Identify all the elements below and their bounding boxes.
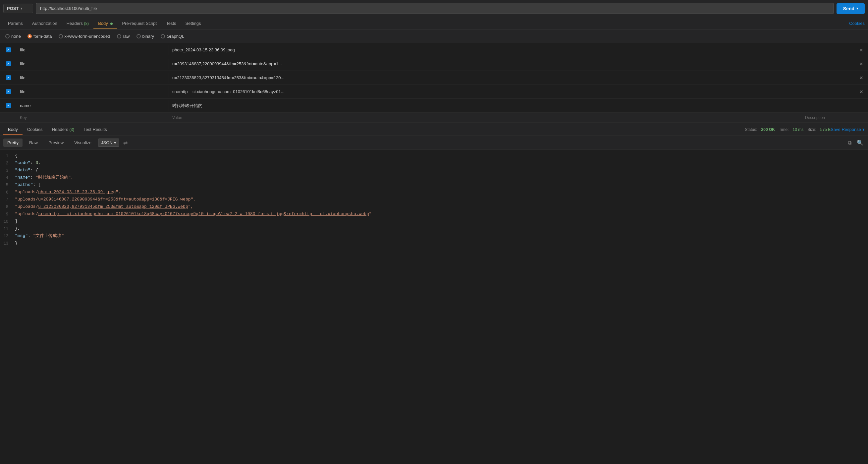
request-tabs: Params Authorization Headers (8) Body Pr… <box>0 17 868 30</box>
checkbox-1[interactable] <box>6 48 11 52</box>
body-type-none[interactable]: none <box>5 34 21 39</box>
json-line-7: 7 "uploads/u=2093146887,2209093944&fm=25… <box>0 196 868 203</box>
tab-authorization[interactable]: Authorization <box>28 18 62 29</box>
resp-tab-test-results[interactable]: Test Results <box>79 124 112 135</box>
key-cell-5: name <box>17 100 169 111</box>
json-viewer: 1{2 "code": 0,3 "data": {4 "name": "时代峰峻… <box>0 150 868 250</box>
body-type-formdata[interactable]: form-data <box>28 34 52 39</box>
checkbox-3[interactable] <box>6 75 11 80</box>
top-bar: POST ▾ Send ▾ <box>0 0 868 17</box>
form-row-2: file u=2093146887,2209093944&fm=253&fmt=… <box>0 57 868 71</box>
key-cell-1: file <box>17 45 169 55</box>
fmt-tab-pretty[interactable]: Pretty <box>3 139 23 147</box>
remove-row-3[interactable]: ✕ <box>858 75 865 81</box>
check-cell-1[interactable] <box>0 48 17 52</box>
form-table: file photo_2024-03-15 23.36.09.jpeg ✕ fi… <box>0 43 868 123</box>
time-value: 10 ms <box>793 127 803 132</box>
radio-formdata <box>28 34 32 38</box>
json-format-select[interactable]: JSON ▾ <box>98 139 119 147</box>
radio-none <box>5 34 10 38</box>
key-cell-4: file <box>17 87 169 97</box>
check-cell-4[interactable] <box>0 89 17 94</box>
json-line-13: 13} <box>0 240 868 247</box>
tab-tests[interactable]: Tests <box>161 18 181 29</box>
resp-tab-body[interactable]: Body <box>3 124 23 135</box>
form-row-4: file src=http__ci.xiaohongshu.com_010261… <box>0 85 868 99</box>
resp-tab-cookies[interactable]: Cookies <box>23 124 48 135</box>
size-value: 575 B <box>820 127 831 132</box>
body-type-urlencoded[interactable]: x-www-form-urlencoded <box>59 34 110 39</box>
form-header-row: Key Value Description <box>0 113 868 123</box>
remove-row-1[interactable]: ✕ <box>858 48 865 53</box>
save-response-button[interactable]: Save Response ▾ <box>831 127 865 132</box>
url-input[interactable] <box>36 3 834 14</box>
json-line-4: 4 "name": "时代峰峻开始的", <box>0 174 868 182</box>
json-line-5: 5 "paths": [ <box>0 182 868 189</box>
check-cell-2[interactable] <box>0 61 17 66</box>
radio-graphql <box>161 34 165 38</box>
val-cell-4: src=http__ci.xiaohongshu.com_01026101kol… <box>169 87 868 97</box>
tab-headers[interactable]: Headers (8) <box>62 18 93 29</box>
tab-pre-request[interactable]: Pre-request Script <box>117 18 161 29</box>
json-line-10: 10 ] <box>0 218 868 225</box>
json-line-2: 2 "code": 0, <box>0 160 868 167</box>
checkbox-2[interactable] <box>6 61 11 66</box>
send-chevron: ▾ <box>857 7 858 10</box>
method-value: POST <box>7 6 19 11</box>
radio-raw <box>117 34 121 38</box>
json-line-11: 11 }, <box>0 225 868 233</box>
form-row-3: file u=2123036823,827931345&fm=253&fmt=a… <box>0 71 868 85</box>
format-bar: Pretty Raw Preview Visualize JSON ▾ ⇌ ⧉ … <box>0 136 868 150</box>
check-cell-3[interactable] <box>0 75 17 80</box>
cookies-link[interactable]: Cookies <box>849 21 865 26</box>
fmt-tab-preview[interactable]: Preview <box>44 139 68 147</box>
tab-body[interactable]: Body <box>93 18 117 29</box>
key-cell-2: file <box>17 59 169 69</box>
checkbox-4[interactable] <box>6 89 11 94</box>
filter-icon[interactable]: ⇌ <box>122 138 129 147</box>
json-line-12: 12 "msg": "文件上传成功" <box>0 233 868 240</box>
body-type-graphql[interactable]: GraphQL <box>161 34 184 39</box>
response-section: Body Cookies Headers (3) Test Results St… <box>0 123 868 250</box>
body-type-row: none form-data x-www-form-urlencoded raw… <box>0 30 868 43</box>
check-cell-5[interactable] <box>0 103 17 108</box>
status-value: 200 OK <box>761 127 775 132</box>
remove-row-2[interactable]: ✕ <box>858 61 865 67</box>
response-tabs-bar: Body Cookies Headers (3) Test Results St… <box>0 123 868 136</box>
val-cell-5: 时代峰峻开始的 <box>169 100 868 111</box>
send-label: Send <box>843 6 855 11</box>
json-line-6: 6 "uploads/photo_2024-03-15 23.36.09.jpe… <box>0 189 868 196</box>
form-row-1: file photo_2024-03-15 23.36.09.jpeg ✕ <box>0 43 868 57</box>
resp-tab-headers[interactable]: Headers (3) <box>48 124 79 135</box>
method-select[interactable]: POST ▾ <box>3 4 33 13</box>
radio-binary <box>136 34 141 38</box>
tab-settings[interactable]: Settings <box>181 18 206 29</box>
body-type-binary[interactable]: binary <box>136 34 154 39</box>
json-line-1: 1{ <box>0 152 868 160</box>
json-line-8: 8 "uploads/u=2123036823,827931345&fm=253… <box>0 203 868 211</box>
radio-urlencoded <box>59 34 63 38</box>
form-row-5: name 时代峰峻开始的 <box>0 99 868 113</box>
copy-icon[interactable]: ⧉ <box>846 139 853 147</box>
fmt-tab-raw[interactable]: Raw <box>25 139 42 147</box>
method-chevron: ▾ <box>21 7 22 10</box>
response-meta: Status: 200 OK Time: 10 ms Size: 575 B <box>745 127 831 132</box>
json-line-9: 9 "uploads/src=http___ci.xiaohongshu.com… <box>0 211 868 218</box>
remove-row-4[interactable]: ✕ <box>858 89 865 94</box>
val-cell-3: u=2123036823,827931345&fm=253&fmt=auto&a… <box>169 72 868 83</box>
body-type-raw[interactable]: raw <box>117 34 130 39</box>
checkbox-5[interactable] <box>6 103 11 108</box>
search-icon[interactable]: 🔍 <box>856 138 865 147</box>
val-cell-2: u=2093146887,2209093944&fm=253&fmt=auto&… <box>169 59 868 69</box>
fmt-tab-visualize[interactable]: Visualize <box>70 139 95 147</box>
tab-params[interactable]: Params <box>3 18 28 29</box>
send-button[interactable]: Send ▾ <box>837 3 865 14</box>
json-line-3: 3 "data": { <box>0 167 868 174</box>
key-cell-3: file <box>17 72 169 83</box>
val-cell-1: photo_2024-03-15 23.36.09.jpeg ✕ <box>169 45 868 55</box>
